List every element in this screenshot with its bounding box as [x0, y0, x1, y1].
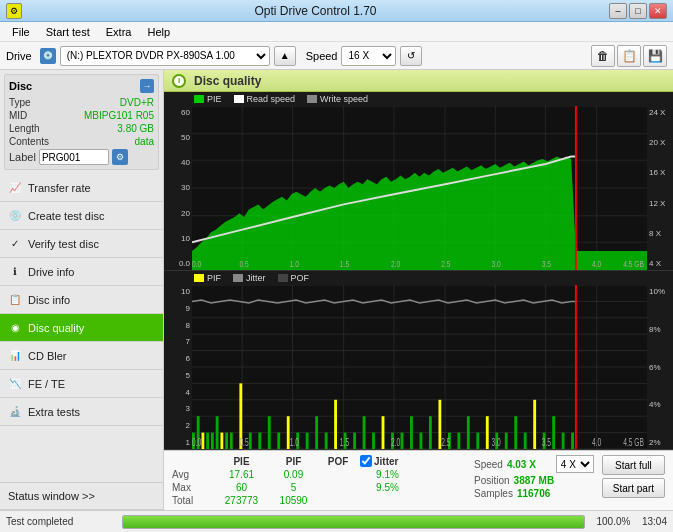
svg-text:4.0: 4.0 — [592, 260, 602, 270]
svg-text:0.5: 0.5 — [239, 436, 248, 448]
window-controls: – □ ✕ — [609, 3, 667, 19]
svg-text:0.0: 0.0 — [192, 436, 201, 448]
sidebar-item-verify-test-disc[interactable]: ✓ Verify test disc — [0, 230, 163, 258]
upper-chart-svg: 0.0 0.5 1.0 1.5 2.0 2.5 3.0 3.5 4.0 4.5 … — [192, 106, 647, 270]
disc-quality-panel: i Disc quality PIE Read speed — [164, 70, 673, 510]
y-right-label-12x: 12 X — [647, 199, 673, 208]
disc-panel: Disc → Type DVD+R MID MBIPG101 R05 Lengt… — [4, 74, 159, 170]
disc-length-label: Length — [9, 123, 40, 134]
stats-pif-header: PIF — [271, 456, 316, 467]
lower-y-5: 5 — [164, 371, 192, 380]
close-button[interactable]: ✕ — [649, 3, 667, 19]
charts-area: PIE Read speed Write speed — [164, 92, 673, 450]
disc-contents-row: Contents data — [9, 136, 154, 147]
jitter-checkbox[interactable] — [360, 455, 372, 467]
sidebar-item-disc-info[interactable]: 📋 Disc info — [0, 286, 163, 314]
max-label: Max — [172, 482, 212, 493]
menu-file[interactable]: File — [4, 24, 38, 40]
lower-y-1: 1 — [164, 438, 192, 447]
svg-rect-73 — [420, 433, 423, 449]
menu-extra[interactable]: Extra — [98, 24, 140, 40]
legend-write-speed-color — [307, 95, 317, 103]
upper-y-axis-right: 24 X 20 X 16 X 12 X 8 X 4 X — [647, 106, 673, 270]
lower-y-axis-left: 10 9 8 7 6 5 4 3 2 1 — [164, 285, 192, 449]
disc-quality-header: i Disc quality — [164, 70, 673, 92]
speed-select[interactable]: 16 X — [341, 46, 396, 66]
toolbar-copy-button[interactable]: 📋 — [617, 45, 641, 67]
svg-text:4.5 GB: 4.5 GB — [623, 436, 644, 448]
avg-label: Avg — [172, 469, 212, 480]
drive-label: Drive — [6, 50, 32, 62]
y-label-30: 30 — [164, 183, 192, 192]
sidebar-label-disc-info: Disc info — [28, 294, 70, 306]
disc-quality-title: Disc quality — [194, 74, 261, 88]
sidebar-item-extra-tests[interactable]: 🔬 Extra tests — [0, 398, 163, 426]
drive-icon: 💿 — [40, 48, 56, 64]
maximize-button[interactable]: □ — [629, 3, 647, 19]
eject-button[interactable]: ▲ — [274, 46, 296, 66]
sidebar-item-drive-info[interactable]: ℹ Drive info — [0, 258, 163, 286]
y-right-label-4x: 4 X — [647, 259, 673, 268]
disc-mid-row: MID MBIPG101 R05 — [9, 110, 154, 121]
toolbar-save-button[interactable]: 💾 — [643, 45, 667, 67]
disc-length-value: 3.80 GB — [117, 123, 154, 134]
svg-rect-78 — [467, 416, 470, 449]
start-part-button[interactable]: Start part — [602, 478, 665, 498]
sidebar-item-status-window[interactable]: Status window >> — [0, 482, 163, 510]
svg-rect-58 — [277, 433, 280, 449]
svg-rect-67 — [363, 416, 366, 449]
status-bar: Test completed 100.0% 13:04 — [0, 510, 673, 532]
svg-text:2.5: 2.5 — [441, 436, 450, 448]
lower-y-4: 4 — [164, 388, 192, 397]
sidebar-label-extra-tests: Extra tests — [28, 406, 80, 418]
svg-rect-66 — [353, 433, 356, 449]
progress-fill — [123, 516, 584, 528]
svg-rect-49 — [211, 433, 214, 449]
legend-pif-label: PIF — [207, 273, 221, 283]
speed-refresh-button[interactable]: ↺ — [400, 46, 422, 66]
disc-label-input[interactable] — [39, 149, 109, 165]
svg-rect-61 — [306, 433, 309, 449]
sidebar-item-disc-quality[interactable]: ◉ Disc quality — [0, 314, 163, 342]
menu-start-test[interactable]: Start test — [38, 24, 98, 40]
svg-rect-74 — [429, 416, 432, 449]
svg-text:3.5: 3.5 — [542, 260, 552, 270]
svg-rect-85 — [533, 400, 536, 449]
drive-select[interactable]: (N:) PLEXTOR DVDR PX-890SA 1.00 — [60, 46, 270, 66]
lower-y-10: 10 — [164, 287, 192, 296]
legend-read-speed-color — [234, 95, 244, 103]
disc-type-value: DVD+R — [120, 97, 154, 108]
progress-percent: 100.0% — [591, 516, 636, 527]
sidebar-item-fe-te[interactable]: 📉 FE / TE — [0, 370, 163, 398]
svg-rect-57 — [268, 416, 271, 449]
svg-text:3.0: 3.0 — [492, 260, 502, 270]
legend-pif-color — [194, 274, 204, 282]
legend-read-speed: Read speed — [234, 94, 296, 104]
toolbar-erase-button[interactable]: 🗑 — [591, 45, 615, 67]
disc-arrow-button[interactable]: → — [140, 79, 154, 93]
minimize-button[interactable]: – — [609, 3, 627, 19]
sidebar-label-transfer-rate: Transfer rate — [28, 182, 91, 194]
drive-info-icon: ℹ — [8, 265, 22, 279]
start-full-button[interactable]: Start full — [602, 455, 665, 475]
disc-label-icon[interactable]: ⚙ — [112, 149, 128, 165]
cd-bler-icon: 📊 — [8, 349, 22, 363]
svg-rect-79 — [476, 433, 479, 449]
sidebar-item-cd-bler[interactable]: 📊 CD Bler — [0, 342, 163, 370]
sidebar-item-create-test-disc[interactable]: 💿 Create test disc — [0, 202, 163, 230]
pif-max-val: 5 — [271, 482, 316, 493]
svg-rect-71 — [401, 433, 404, 449]
upper-chart: PIE Read speed Write speed — [164, 92, 673, 271]
menu-help[interactable]: Help — [139, 24, 178, 40]
y-label-40: 40 — [164, 158, 192, 167]
sidebar-item-transfer-rate[interactable]: 📈 Transfer rate — [0, 174, 163, 202]
svg-rect-69 — [382, 416, 385, 449]
speed-select-stats[interactable]: 4 X — [556, 455, 594, 473]
lower-y-right-6: 6% — [647, 363, 673, 372]
sidebar-label-verify-test-disc: Verify test disc — [28, 238, 99, 250]
stats-jitter-header: Jitter — [374, 456, 398, 467]
create-test-disc-icon: 💿 — [8, 209, 22, 223]
stats-pie-header: PIE — [214, 456, 269, 467]
progress-bar — [122, 515, 585, 529]
y-label-10: 10 — [164, 234, 192, 243]
